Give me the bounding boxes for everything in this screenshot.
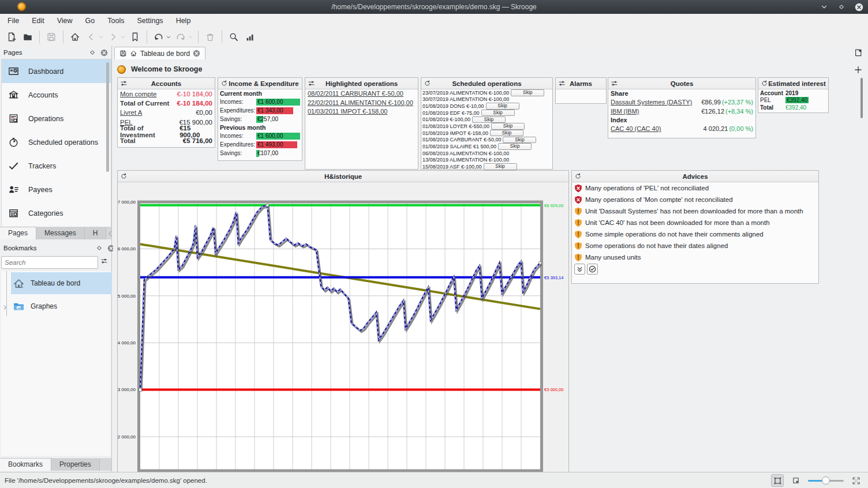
highlighted-operation-link[interactable]: 08/02/2011 CARBURANT €-50,00: [305, 89, 418, 99]
menu-settings[interactable]: Settings: [130, 14, 169, 28]
skip-button[interactable]: Skip: [511, 89, 544, 96]
previous-dropdown[interactable]: [97, 29, 105, 44]
tab-tableau-de-bord[interactable]: Tableau de bord: [114, 47, 205, 59]
menu-tools[interactable]: Tools: [101, 14, 130, 28]
quote-link[interactable]: IBM (IBM): [611, 108, 639, 115]
widget-refresh-icon[interactable]: [761, 80, 768, 87]
widget-settings-icon[interactable]: [558, 80, 566, 87]
advice-row[interactable]: Some simple operations do not have their…: [572, 228, 818, 240]
close-tab-icon[interactable]: [193, 50, 200, 57]
dashboard-scrollbar[interactable]: [860, 78, 863, 118]
widget-quotes: Quotes ShareDassault Systemes (DASTY)€86…: [608, 77, 756, 138]
ie-label: Savings:: [220, 150, 256, 156]
highlighted-operation-link[interactable]: 01/03/2011 IMPOT €-158,00: [305, 107, 418, 117]
menubar: FileEditViewGoToolsSettingsHelp: [0, 14, 868, 28]
zoom-slider-handle[interactable]: [822, 476, 830, 485]
skip-button[interactable]: Skip: [472, 117, 506, 123]
new-document-button[interactable]: [3, 29, 20, 44]
save-button[interactable]: [43, 29, 59, 44]
advice-row[interactable]: Unit 'Dassault Systemes' has not been do…: [572, 205, 818, 217]
bookmark-button[interactable]: [127, 29, 143, 44]
redo-dropdown[interactable]: [186, 29, 194, 44]
advice-row[interactable]: Many operations of 'PEL' not reconciliat…: [572, 182, 818, 194]
estimated-row: Total€392,40: [758, 104, 828, 111]
advice-row[interactable]: Many unused units: [572, 251, 818, 263]
zoom-fit-button[interactable]: [771, 474, 784, 487]
float-panel-icon[interactable]: [88, 48, 96, 57]
scheduled-operation-row: 13/08/2019 ALIMENTATION €-100,00: [421, 156, 552, 163]
quote-link[interactable]: CAC 40 (CAC 40): [611, 125, 661, 132]
advice-row[interactable]: Some operations do not have their dates …: [572, 240, 818, 251]
float-panel-icon[interactable]: [95, 244, 103, 252]
expand-branch-icon[interactable]: [2, 302, 9, 309]
bookmark-graphes[interactable]: Graphes: [11, 295, 112, 317]
sidebar-item-scheduled-operations[interactable]: Scheduled operations: [2, 130, 111, 154]
undo-dropdown[interactable]: [164, 29, 173, 44]
skip-button[interactable]: Skip: [486, 103, 519, 110]
zoom-original-button[interactable]: [790, 474, 802, 487]
home-button[interactable]: [67, 29, 83, 44]
pages-scrollbar[interactable]: [106, 62, 109, 172]
widget-refresh-icon[interactable]: [220, 80, 228, 87]
quote-change: (+23,37 %): [722, 99, 753, 106]
shade-window-button[interactable]: [820, 2, 829, 12]
fullscreen-button[interactable]: [850, 474, 862, 487]
skip-button[interactable]: Skip: [503, 137, 536, 144]
highlighted-operation-link[interactable]: 22/02/2011 ALIMENTATION €-100,00: [305, 99, 418, 108]
report-button[interactable]: [242, 29, 258, 44]
sidebar-item-operations[interactable]: Operations: [2, 107, 111, 130]
dismiss-advice-button[interactable]: [587, 264, 598, 275]
account-total-label: Total: [120, 137, 136, 144]
widget-refresh-icon[interactable]: [424, 80, 431, 87]
widget-settings-icon[interactable]: [120, 80, 128, 87]
open-file-button[interactable]: [20, 29, 36, 44]
pages-panel-title: Pages: [3, 49, 85, 56]
bookmark-tableau-de-bord[interactable]: Tableau de bord: [11, 272, 112, 294]
estimated-header-row: Account2019: [758, 89, 828, 97]
menu-edit[interactable]: Edit: [25, 14, 51, 28]
menu-view[interactable]: View: [51, 14, 79, 28]
skip-button[interactable]: Skip: [498, 143, 532, 150]
ie-row: Incomes:€1 600,00: [218, 132, 302, 140]
expand-all-button[interactable]: [574, 264, 585, 275]
bookmark-search-input[interactable]: [1, 256, 98, 269]
zoom-slider[interactable]: [808, 474, 844, 487]
widget-settings-icon[interactable]: [308, 80, 315, 87]
skip-button[interactable]: Skip: [491, 123, 525, 130]
add-widget-button[interactable]: [854, 65, 863, 74]
delete-button[interactable]: [202, 29, 218, 44]
menu-go[interactable]: Go: [79, 14, 102, 28]
account-link[interactable]: Livret A: [120, 109, 142, 116]
filter-icon[interactable]: [100, 257, 110, 268]
panel-tab-pages[interactable]: Pages: [0, 227, 36, 239]
widget-title: Advices: [582, 173, 809, 180]
sidebar-item-trackers[interactable]: Trackers: [2, 154, 111, 178]
skip-button[interactable]: Skip: [481, 110, 515, 117]
maximize-window-button[interactable]: [837, 2, 846, 12]
menu-help[interactable]: Help: [170, 14, 197, 28]
panel-tab-bookmarks[interactable]: Bookmarks: [0, 458, 51, 471]
skip-button[interactable]: Skip: [484, 163, 517, 170]
sidebar-item-payees[interactable]: Payees: [2, 178, 111, 201]
skip-button[interactable]: Skip: [490, 130, 523, 137]
sidebar-item-accounts[interactable]: Accounts: [2, 83, 111, 107]
sidebar-item-categories[interactable]: Categories: [2, 201, 111, 225]
next-dropdown[interactable]: [119, 29, 127, 44]
advice-row[interactable]: Unit 'CAC 40' has not been downloaded fo…: [572, 217, 818, 228]
sidebar-item-dashboard[interactable]: Dashboard: [2, 59, 111, 83]
panel-tab-messages[interactable]: Messages: [36, 227, 85, 239]
panel-tab-properties[interactable]: Properties: [51, 459, 100, 471]
search-button[interactable]: [226, 29, 242, 44]
panel-tab-h[interactable]: H: [85, 227, 107, 239]
advice-row[interactable]: Many operations of 'Mon compte' not reco…: [572, 194, 818, 205]
new-tab-button[interactable]: [854, 48, 863, 58]
check-icon: [8, 160, 19, 171]
account-link[interactable]: Mon compte: [120, 91, 156, 97]
menu-file[interactable]: File: [1, 14, 25, 28]
widget-refresh-icon[interactable]: [120, 172, 128, 180]
widget-settings-icon[interactable]: [611, 80, 618, 87]
close-window-button[interactable]: [854, 2, 863, 12]
quote-link[interactable]: Dassault Systemes (DASTY): [611, 99, 692, 106]
widget-refresh-icon[interactable]: [574, 172, 582, 180]
close-panel-icon[interactable]: [100, 48, 108, 57]
